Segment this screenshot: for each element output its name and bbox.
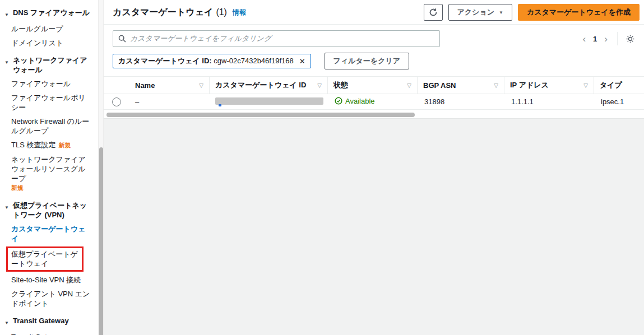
search-icon <box>118 35 126 43</box>
customer-gateways-table: Name ▽ カスタマーゲートウェイ ID ▽ 状態 ▽ BGP ASN ▽ I… <box>104 76 644 110</box>
info-link[interactable]: 情報 <box>233 8 246 17</box>
cell-name: – <box>129 97 210 106</box>
column-header-type[interactable]: タイプ <box>594 77 644 94</box>
new-badge: 新規 <box>11 183 90 193</box>
redacted-id-value <box>215 97 323 105</box>
sidebar-item-nfw-rule-groups[interactable]: Network Firewall のルールグループ <box>0 114 98 138</box>
column-label: カスタマーゲートウェイ ID <box>215 80 306 90</box>
sidebar-section-header-vpn[interactable]: ▼ 仮想プライベートネットワーク (VPN) <box>0 197 98 222</box>
column-header-ip-address[interactable]: IP アドレス ▽ <box>504 77 594 94</box>
section-label: Transit Gateway <box>13 316 69 328</box>
refresh-button[interactable] <box>424 4 443 21</box>
create-label: カスタマーゲートウェイを作成 <box>527 7 631 17</box>
column-label: タイプ <box>600 80 622 90</box>
filter-chip[interactable]: カスタマーゲートウェイ ID: cgw-02c7432b46f19f168 ✕ <box>113 54 311 68</box>
column-header-customer-gateway-id[interactable]: カスタマーゲートウェイ ID ▽ <box>210 77 328 94</box>
column-label: IP アドレス <box>510 80 549 90</box>
column-label: Name <box>135 81 155 90</box>
filter-chip-label: カスタマーゲートウェイ ID: <box>118 57 212 65</box>
sidebar-section-vpn: ▼ 仮想プライベートネットワーク (VPN) カスタマーゲートウェイ 仮想プライ… <box>0 197 98 310</box>
state-label: Available <box>345 97 375 105</box>
filter-chip-value: cgw-02c7432b46f19f168 <box>214 57 293 65</box>
clear-filters-label: フィルターをクリア <box>333 56 400 66</box>
table-horizontal-scrollbar[interactable] <box>104 111 644 118</box>
sidebar-item-client-vpn-endpoints[interactable]: クライアント VPN エンドポイント <box>0 287 98 310</box>
sidebar-item-firewall-policies[interactable]: ファイアウォールポリシー <box>0 91 98 114</box>
sidebar-item-label: TLS 検査設定 <box>11 141 55 149</box>
refresh-icon <box>429 8 438 17</box>
column-header-bgp-asn[interactable]: BGP ASN ▽ <box>418 77 504 94</box>
table-row[interactable]: – Available 31898 1.1.1.1 ipsec.1 <box>104 94 644 110</box>
sidebar-item-nfw-resource-groups[interactable]: ネットワークファイアウォールリソースグループ 新規 <box>0 152 98 195</box>
check-circle-icon <box>335 97 342 105</box>
section-label: ネットワークファイアウォール <box>13 55 90 75</box>
sidebar-item-firewalls[interactable]: ファイアウォール <box>0 77 98 91</box>
collapse-caret-icon: ▼ <box>4 10 9 20</box>
sidebar-scrollbar-thumb[interactable] <box>99 147 103 335</box>
section-label: DNS ファイアウォール <box>13 8 90 20</box>
sidebar-section-header-transit-gateway[interactable]: ▼ Transit Gateway <box>0 313 98 330</box>
sidebar-item-virtual-private-gateways[interactable]: 仮想プライベートゲートウェイ <box>6 246 84 272</box>
column-header-state[interactable]: 状態 ▽ <box>328 77 418 94</box>
cell-ip-address: 1.1.1.1 <box>506 97 595 106</box>
remove-filter-button[interactable]: ✕ <box>298 57 305 66</box>
active-filters: カスタマーゲートウェイ ID: cgw-02c7432b46f19f168 ✕ … <box>104 47 644 76</box>
result-count: (1) <box>216 7 227 17</box>
sidebar-section-dns-firewall: ▼ DNS ファイアウォール ルールグループ ドメインリスト <box>0 4 98 50</box>
sidebar-section-header-dns-firewall[interactable]: ▼ DNS ファイアウォール <box>0 4 98 22</box>
select-all-column <box>104 77 129 94</box>
cell-type: ipsec.1 <box>595 97 644 106</box>
column-label: BGP ASN <box>423 81 456 90</box>
sidebar-section-header-network-firewall[interactable]: ▼ ネットワークファイアウォール <box>0 52 98 77</box>
sort-icon[interactable]: ▽ <box>407 82 411 89</box>
page-title: カスタマーゲートウェイ <box>113 7 213 18</box>
sidebar-item-label: ネットワークファイアウォールリソースグループ <box>11 155 86 183</box>
collapse-caret-icon: ▼ <box>4 58 9 75</box>
column-label: 状態 <box>333 80 348 90</box>
next-page-button[interactable]: › <box>600 33 611 45</box>
chevron-down-icon: ▼ <box>499 10 503 15</box>
page-header: カスタマーゲートウェイ (1) 情報 アクション ▼ カスタマーゲートウェイを作… <box>104 0 644 25</box>
search-placeholder: カスタマーゲートウェイをフィルタリング <box>130 34 271 44</box>
sidebar-section-network-firewall: ▼ ネットワークファイアウォール ファイアウォール ファイアウォールポリシー N… <box>0 52 98 195</box>
current-page[interactable]: 1 <box>590 35 600 43</box>
sort-icon[interactable]: ▽ <box>494 82 498 89</box>
customer-gateways-panel: カスタマーゲートウェイ (1) 情報 アクション ▼ カスタマーゲートウェイを作… <box>104 0 644 335</box>
sidebar-scrollbar[interactable] <box>98 0 104 335</box>
sidebar-item-rule-groups[interactable]: ルールグループ <box>0 22 98 36</box>
cell-customer-gateway-id[interactable] <box>210 97 329 106</box>
new-badge: 新規 <box>58 142 71 148</box>
row-select-radio[interactable] <box>112 97 121 106</box>
sort-icon[interactable]: ▽ <box>583 82 588 89</box>
section-label: 仮想プライベートネットワーク (VPN) <box>13 201 90 220</box>
collapse-caret-icon: ▼ <box>4 203 9 220</box>
table-horizontal-scrollbar-thumb[interactable] <box>106 113 415 117</box>
filter-chip-text: カスタマーゲートウェイ ID: cgw-02c7432b46f19f168 <box>118 56 294 66</box>
cell-bgp-asn: 31898 <box>419 97 506 106</box>
toolbar-divider <box>617 32 618 45</box>
pagination: ‹ 1 › <box>578 32 637 45</box>
header-actions: アクション ▼ カスタマーゲートウェイを作成 <box>424 4 640 21</box>
preferences-button[interactable] <box>623 33 637 45</box>
filter-search-input[interactable]: カスタマーゲートウェイをフィルタリング <box>113 30 440 47</box>
sort-icon[interactable]: ▽ <box>317 82 322 89</box>
vpc-sidebar: ▼ DNS ファイアウォール ルールグループ ドメインリスト ▼ ネットワークフ… <box>0 0 98 335</box>
clear-filters-button[interactable]: フィルターをクリア <box>325 53 409 69</box>
sidebar-item-site-to-site-vpn[interactable]: Site-to-Site VPN 接続 <box>0 273 98 287</box>
sidebar-item-domain-lists[interactable]: ドメインリスト <box>0 36 98 50</box>
table-header-row: Name ▽ カスタマーゲートウェイ ID ▽ 状態 ▽ BGP ASN ▽ I… <box>104 77 644 94</box>
sidebar-item-tls-inspection[interactable]: TLS 検査設定新規 <box>0 138 98 152</box>
cell-state: Available <box>329 97 419 107</box>
sidebar-section-transit-gateway: ▼ Transit Gateway Transit Gateway Transi… <box>0 313 98 335</box>
collapse-caret-icon: ▼ <box>4 318 9 328</box>
gear-icon <box>626 34 635 44</box>
previous-page-button[interactable]: ‹ <box>578 33 590 45</box>
sort-icon[interactable]: ▽ <box>199 82 203 89</box>
create-customer-gateway-button[interactable]: カスタマーゲートウェイを作成 <box>518 4 640 21</box>
content-background <box>104 118 644 335</box>
sidebar-item-transit-gateways[interactable]: Transit Gateway <box>0 330 98 335</box>
sidebar-item-customer-gateways[interactable]: カスタマーゲートウェイ <box>0 222 98 245</box>
column-header-name[interactable]: Name ▽ <box>129 77 210 94</box>
actions-dropdown-button[interactable]: アクション ▼ <box>448 4 512 21</box>
actions-label: アクション <box>457 7 495 17</box>
